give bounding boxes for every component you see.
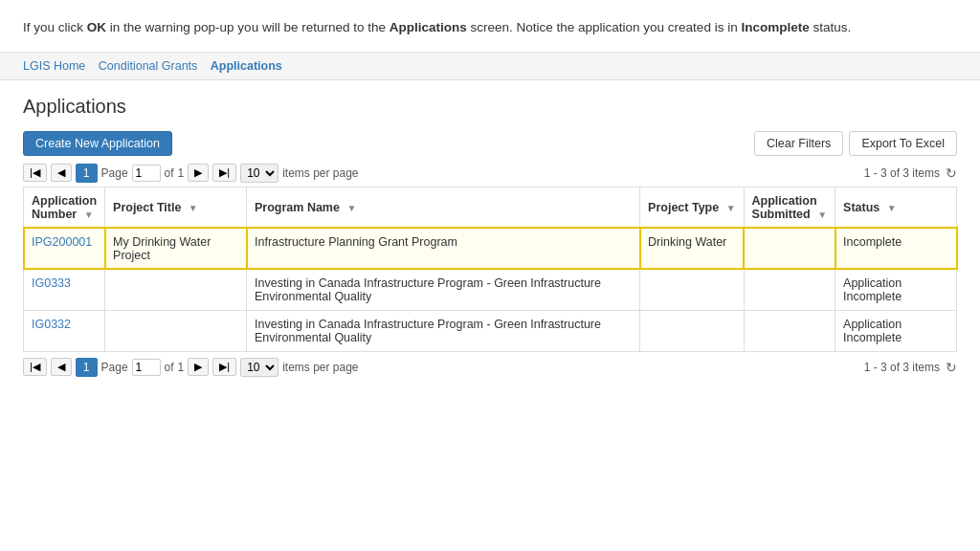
breadcrumb: LGIS Home Conditional Grants Application… (0, 53, 980, 80)
items-per-page-label-top: items per page (282, 166, 358, 180)
page-title: Applications (23, 96, 957, 118)
link-app_number[interactable]: IG0332 (32, 318, 71, 331)
cell-project_title (105, 310, 247, 351)
pagination-count-top: 1 - 3 of 3 items ↻ (864, 165, 957, 181)
clear-filters-button[interactable]: Clear Filters (754, 131, 843, 156)
cell-app_number[interactable]: IG0332 (24, 310, 105, 351)
breadcrumb-applications: Applications (211, 59, 282, 73)
count-label-top: 1 - 3 of 3 items (864, 166, 940, 180)
breadcrumb-lgis-home[interactable]: LGIS Home (23, 59, 85, 73)
cell-program_name: Investing in Canada Infrastructure Progr… (247, 269, 640, 310)
toolbar: Create New Application Clear Filters Exp… (23, 131, 957, 156)
last-page-button-top[interactable]: ▶| (212, 164, 236, 182)
col-header-status: Status ▼ (835, 187, 957, 228)
link-app_number[interactable]: IPG200001 (32, 235, 92, 249)
current-page-top: 1 (76, 164, 98, 183)
page-content: Applications Create New Application Clea… (0, 80, 980, 396)
cell-project_title: My Drinking Water Project (105, 228, 247, 269)
cell-app_submitted (744, 310, 835, 351)
col-header-program-name: Program Name ▼ (247, 187, 640, 228)
instruction-text-before-ok: If you click (23, 20, 87, 34)
toolbar-right-buttons: Clear Filters Export To Excel (754, 131, 957, 156)
next-page-button-top[interactable]: ▶ (188, 164, 209, 182)
breadcrumb-conditional-grants[interactable]: Conditional Grants (99, 59, 198, 73)
cell-app_number[interactable]: IPG200001 (24, 228, 105, 269)
of-num-bottom: 1 (178, 361, 185, 374)
page-label-bottom: Page (101, 361, 128, 374)
cell-project_type (640, 310, 744, 351)
table-row: IG0333Investing in Canada Infrastructure… (24, 269, 957, 310)
filter-icon-app-number[interactable]: ▼ (84, 209, 94, 220)
cell-project_title (105, 269, 247, 310)
last-page-button-bottom[interactable]: ▶| (212, 358, 236, 376)
pagination-count-bottom: 1 - 3 of 3 items ↻ (864, 360, 957, 375)
cell-app_number[interactable]: IG0333 (24, 269, 105, 310)
instruction-text-end: screen. Notice the application you creat… (467, 20, 742, 34)
create-new-application-button[interactable]: Create New Application (23, 131, 172, 156)
count-label-bottom: 1 - 3 of 3 items (864, 361, 940, 374)
link-app_number[interactable]: IG0333 (32, 276, 71, 290)
prev-page-button-bottom[interactable]: ◀ (51, 358, 72, 376)
prev-page-button-top[interactable]: ◀ (51, 164, 72, 182)
cell-app_submitted (744, 269, 835, 310)
table-row: IG0332Investing in Canada Infrastructure… (24, 310, 957, 351)
applications-table: ApplicationNumber ▼ Project Title ▼ Prog… (23, 187, 957, 352)
items-per-page-select-top[interactable]: 10 25 50 (240, 164, 278, 183)
items-per-page-label-bottom: items per page (282, 361, 358, 374)
applications-bold: Applications (390, 20, 467, 34)
cell-status: Application Incomplete (835, 269, 957, 310)
instruction-bar: If you click OK in the warning pop-up yo… (0, 0, 980, 53)
col-header-project-title: Project Title ▼ (105, 187, 247, 228)
of-num-top: 1 (178, 166, 185, 180)
instruction-text-tail: status. (810, 20, 852, 34)
refresh-icon-bottom[interactable]: ↻ (946, 360, 957, 375)
page-input-bottom[interactable] (132, 359, 161, 376)
current-page-bottom: 1 (76, 358, 98, 377)
page-label-top: Page (101, 166, 128, 180)
first-page-button-bottom[interactable]: |◀ (23, 358, 47, 376)
ok-bold: OK (87, 20, 106, 34)
cell-program_name: Investing in Canada Infrastructure Progr… (247, 310, 640, 351)
refresh-icon-top[interactable]: ↻ (946, 165, 957, 181)
of-label-top: of (165, 166, 174, 180)
page-input-top[interactable] (132, 165, 161, 182)
cell-app_submitted (744, 228, 835, 269)
filter-icon-status[interactable]: ▼ (887, 203, 897, 213)
col-header-app-submitted: ApplicationSubmitted ▼ (744, 187, 835, 228)
instruction-text-after-ok: in the warning pop-up you will be return… (106, 20, 390, 34)
items-per-page-select-bottom[interactable]: 10 25 50 (240, 358, 278, 377)
filter-icon-project-title[interactable]: ▼ (189, 203, 198, 213)
table-row: IPG200001My Drinking Water ProjectInfras… (24, 228, 957, 269)
of-label-bottom: of (165, 361, 174, 374)
cell-project_type: Drinking Water (640, 228, 744, 269)
filter-icon-program-name[interactable]: ▼ (346, 203, 356, 213)
col-header-app-number: ApplicationNumber ▼ (24, 187, 105, 228)
table-header-row: ApplicationNumber ▼ Project Title ▼ Prog… (24, 187, 957, 228)
first-page-button-top[interactable]: |◀ (23, 164, 47, 182)
cell-status: Incomplete (835, 228, 957, 269)
pagination-top: |◀ ◀ 1 Page of 1 ▶ ▶| 10 25 50 items per… (23, 164, 957, 183)
next-page-button-bottom[interactable]: ▶ (188, 358, 209, 376)
filter-icon-app-submitted[interactable]: ▼ (817, 209, 827, 220)
export-to-excel-button[interactable]: Export To Excel (849, 131, 957, 156)
col-header-project-type: Project Type ▼ (640, 187, 744, 228)
cell-project_type (640, 269, 744, 310)
pagination-bottom: |◀ ◀ 1 Page of 1 ▶ ▶| 10 25 50 items per… (23, 358, 957, 377)
cell-status: Application Incomplete (835, 310, 957, 351)
cell-program_name: Infrastructure Planning Grant Program (247, 228, 640, 269)
filter-icon-project-type[interactable]: ▼ (726, 203, 736, 213)
incomplete-bold: Incomplete (741, 20, 809, 34)
